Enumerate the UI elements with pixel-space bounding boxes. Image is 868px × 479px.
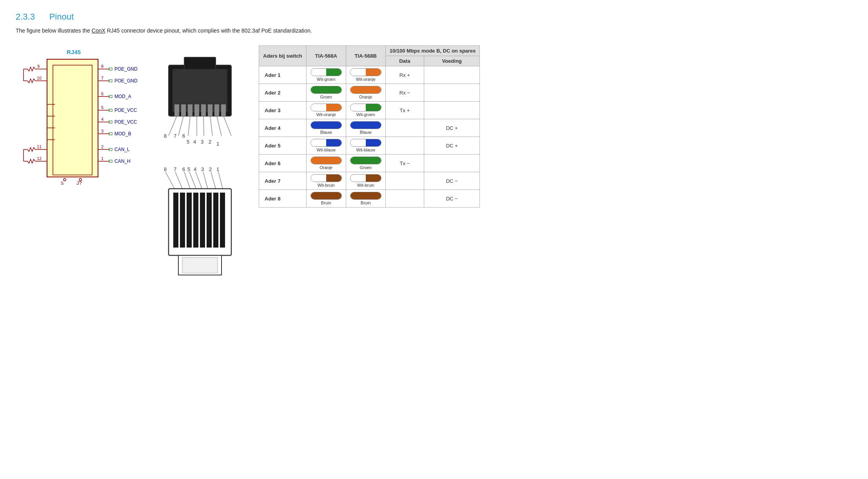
svg-text:4: 4 bbox=[194, 166, 196, 172]
ader-cell: Ader 7 bbox=[259, 172, 307, 190]
voeding-cell: DC + bbox=[424, 119, 479, 137]
col-mode-header: 10/100 Mbps mode B, DC on spares bbox=[385, 46, 480, 56]
svg-rect-61 bbox=[181, 104, 186, 116]
svg-line-72 bbox=[203, 116, 204, 136]
section-number: 2.3.3 bbox=[16, 12, 35, 22]
ader-cell: Ader 6 bbox=[259, 155, 307, 172]
svg-line-92 bbox=[165, 172, 174, 189]
svg-text:RJ45: RJ45 bbox=[67, 49, 81, 55]
svg-line-99 bbox=[218, 172, 223, 189]
data-cell: Tx + bbox=[385, 102, 424, 119]
table-row: Ader 7Wit-bruinWit-bruinDC − bbox=[259, 172, 480, 190]
svg-text:MOD_A: MOD_A bbox=[114, 94, 131, 99]
tia568a-cell: Wit-oranje bbox=[306, 102, 346, 119]
svg-rect-103 bbox=[187, 193, 192, 248]
ader-cell: Ader 5 bbox=[259, 137, 307, 155]
svg-rect-67 bbox=[221, 104, 226, 116]
svg-rect-66 bbox=[214, 104, 219, 116]
col-ader-header: Aders bij switch bbox=[259, 46, 307, 66]
svg-point-55 bbox=[64, 178, 66, 181]
data-cell: Tx − bbox=[385, 155, 424, 172]
col-voeding-header: Voeding bbox=[424, 56, 479, 66]
intro-paragraph: The figure below illustrates the ConX RJ… bbox=[16, 27, 852, 34]
data-cell: Rx − bbox=[385, 84, 424, 102]
svg-text:POE_VCC: POE_VCC bbox=[114, 107, 137, 113]
svg-text:2: 2 bbox=[209, 166, 212, 172]
data-cell bbox=[385, 119, 424, 137]
svg-text:2: 2 bbox=[209, 139, 211, 145]
svg-rect-106 bbox=[207, 193, 212, 248]
schematic-svg: RJ45 bbox=[16, 46, 137, 226]
svg-rect-1 bbox=[47, 59, 98, 177]
voeding-cell: DC + bbox=[424, 137, 479, 155]
ader-cell: Ader 3 bbox=[259, 102, 307, 119]
svg-line-96 bbox=[196, 172, 202, 189]
svg-text:8: 8 bbox=[164, 133, 167, 139]
svg-text:12: 12 bbox=[37, 156, 42, 161]
rj45-diagrams: 8 7 6 5 4 3 2 1 8 7 6 5 4 3 2 1 bbox=[157, 46, 243, 289]
tia568b-cell: Groen bbox=[346, 155, 385, 172]
svg-line-93 bbox=[175, 172, 182, 189]
svg-text:2: 2 bbox=[101, 144, 104, 149]
svg-text:3: 3 bbox=[101, 129, 104, 133]
svg-text:5: 5 bbox=[187, 166, 190, 172]
svg-line-74 bbox=[217, 116, 222, 136]
svg-text:11: 11 bbox=[37, 144, 42, 149]
svg-text:3: 3 bbox=[201, 139, 203, 145]
tia568a-cell: Wit-groen bbox=[306, 66, 346, 84]
svg-line-98 bbox=[211, 172, 216, 189]
svg-rect-105 bbox=[200, 193, 205, 248]
data-cell bbox=[385, 190, 424, 208]
svg-rect-65 bbox=[208, 104, 212, 116]
schematic-diagram: RJ45 bbox=[16, 46, 141, 227]
svg-rect-64 bbox=[201, 104, 206, 116]
ader-cell: Ader 8 bbox=[259, 190, 307, 208]
col-568a-header: TIA-568A bbox=[306, 46, 346, 66]
table-row: Ader 2GroenOranjeRx − bbox=[259, 84, 480, 102]
svg-rect-63 bbox=[194, 104, 199, 116]
data-cell: Rx + bbox=[385, 66, 424, 84]
svg-text:POE_GND: POE_GND bbox=[114, 66, 137, 72]
svg-text:MOD_B: MOD_B bbox=[114, 131, 131, 137]
pinout-table: Aders bij switch TIA-568A TIA-568B 10/10… bbox=[259, 46, 480, 208]
tia568a-cell: Wit-blauw bbox=[306, 137, 346, 155]
voeding-cell bbox=[424, 102, 479, 119]
voeding-cell bbox=[424, 66, 479, 84]
svg-rect-108 bbox=[220, 193, 225, 248]
svg-rect-62 bbox=[188, 104, 192, 116]
svg-text:3: 3 bbox=[201, 166, 204, 172]
rj45-bottom-view: 8 7 6 5 4 3 2 1 bbox=[157, 163, 243, 289]
pinout-table-container: Aders bij switch TIA-568A TIA-568B 10/10… bbox=[259, 46, 480, 208]
svg-text:1: 1 bbox=[101, 156, 104, 161]
svg-text:8: 8 bbox=[164, 166, 167, 172]
col-568b-header: TIA-568B bbox=[346, 46, 385, 66]
svg-rect-110 bbox=[182, 257, 218, 273]
svg-text:5: 5 bbox=[101, 105, 104, 110]
voeding-cell bbox=[424, 155, 479, 172]
svg-text:S: S bbox=[61, 181, 64, 186]
figure-area: RJ45 bbox=[16, 46, 852, 289]
svg-text:8: 8 bbox=[101, 64, 104, 69]
table-row: Ader 8BruinBruinDC − bbox=[259, 190, 480, 208]
svg-line-73 bbox=[210, 116, 212, 136]
tia568b-cell: Wit-bruin bbox=[346, 172, 385, 190]
section-title: 2.3.3 Pinout bbox=[16, 12, 852, 22]
tia568b-cell: Wit-groen bbox=[346, 102, 385, 119]
svg-rect-58 bbox=[184, 57, 216, 71]
svg-rect-107 bbox=[213, 193, 218, 248]
svg-text:CAN_H: CAN_H bbox=[114, 158, 131, 164]
svg-text:6: 6 bbox=[101, 91, 104, 96]
svg-text:5: 5 bbox=[187, 139, 189, 145]
tia568a-cell: Blauw bbox=[306, 119, 346, 137]
data-cell bbox=[385, 172, 424, 190]
col-data-header: Data bbox=[385, 56, 424, 66]
rj45-top-view: 8 7 6 5 4 3 2 1 bbox=[157, 46, 243, 151]
tia568b-cell: Wit-oranje bbox=[346, 66, 385, 84]
tia568b-cell: Wit-blauw bbox=[346, 137, 385, 155]
svg-line-97 bbox=[203, 172, 208, 189]
svg-rect-102 bbox=[180, 193, 185, 248]
svg-line-95 bbox=[189, 172, 196, 189]
data-cell bbox=[385, 137, 424, 155]
svg-text:10: 10 bbox=[37, 76, 42, 80]
tia568a-cell: Bruin bbox=[306, 190, 346, 208]
